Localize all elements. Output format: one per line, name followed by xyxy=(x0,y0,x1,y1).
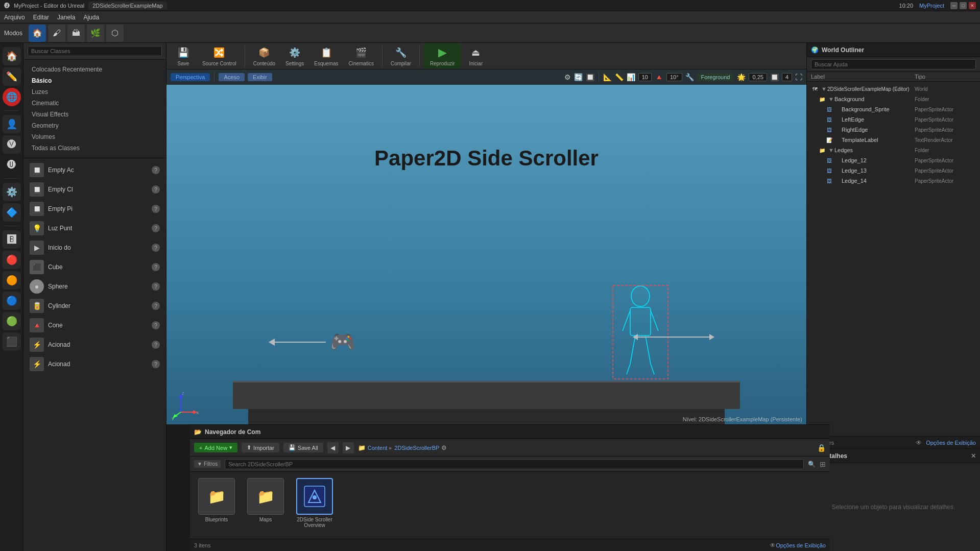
compilar-button[interactable]: 🔧 Compilar xyxy=(387,43,415,68)
cinematics-button[interactable]: 🎬 Cinematics xyxy=(344,43,377,68)
asset-maps[interactable]: 📁 Maps xyxy=(245,478,286,522)
vp-icon-6[interactable]: 📊 xyxy=(627,73,635,81)
category-todas[interactable]: Todas as Classes xyxy=(28,142,162,154)
actor-sphere-help[interactable]: ? xyxy=(152,282,160,291)
tree-item-background-sprite[interactable]: 🖼 Background_Sprite PaperSpriteActor xyxy=(807,104,980,114)
vp-icon-8[interactable]: 🔧 xyxy=(685,73,694,81)
sidebar-icon-unreal[interactable]: 🅤 xyxy=(3,156,21,174)
actor-cube-help[interactable]: ? xyxy=(152,263,160,271)
actor-luz-punt[interactable]: 💡 Luz Punt ? xyxy=(26,219,164,238)
mode-landscape-button[interactable]: 🏔 xyxy=(67,25,85,42)
tree-item-rightedge[interactable]: 🖼 RightEdge PaperSpriteActor xyxy=(807,125,980,135)
actor-cylinder-help[interactable]: ? xyxy=(152,302,160,310)
details-close-icon[interactable]: ✕ xyxy=(971,452,976,460)
aceso-button[interactable]: Aceso xyxy=(219,73,245,81)
actor-inicio-do[interactable]: ▶ Inicio do ? xyxy=(26,238,164,257)
reproduzir-button[interactable]: ▶ Reproduzir xyxy=(424,43,461,68)
vp-icon-9[interactable]: 🌟 xyxy=(737,73,746,81)
category-volumes[interactable]: Volumes xyxy=(28,131,162,142)
mode-place-button[interactable]: 🏠 xyxy=(29,25,46,42)
scale-value[interactable]: 0,25 xyxy=(749,73,767,81)
esquemas-button[interactable]: 📋 Esquemas xyxy=(310,43,342,68)
sidebar-icon-v[interactable]: 🅥 xyxy=(3,135,21,154)
import-button[interactable]: ⬆ Importar xyxy=(242,443,279,452)
foreground-button[interactable]: Foreground xyxy=(697,73,734,81)
search-icon[interactable]: 🔍 xyxy=(808,461,816,468)
sidebar-icon-extra3[interactable]: 🟠 xyxy=(3,271,21,290)
cb-display-options[interactable]: Opções de Exibição xyxy=(776,542,826,548)
vp-icon-7[interactable]: 🔺 xyxy=(655,73,663,81)
sidebar-icon-user[interactable]: 👤 xyxy=(3,115,21,133)
vp-icon-1[interactable]: ⚙ xyxy=(564,73,571,81)
tree-item-ledges-folder[interactable]: 📁 ▼ Ledges Folder xyxy=(807,145,980,155)
menu-arquivo[interactable]: Arquivo xyxy=(4,14,25,21)
category-recentes[interactable]: Colocados Recentemente xyxy=(28,64,162,75)
menu-editar[interactable]: Editar xyxy=(33,14,49,21)
outliner-display-options[interactable]: Opções de Exibição xyxy=(926,440,976,446)
category-luzes[interactable]: Luzes xyxy=(28,86,162,98)
viewport[interactable]: Perspectiva Aceso Exibir ⚙ 🔄 🔲 📐 📏 📊 10 … xyxy=(166,69,806,424)
vp-icon-4[interactable]: 📐 xyxy=(603,73,612,81)
content-search-input[interactable] xyxy=(225,459,804,469)
breadcrumb-settings-icon[interactable]: ⚙ xyxy=(441,444,447,451)
actor-acionad2-help[interactable]: ? xyxy=(152,360,160,368)
vp-icon-5[interactable]: 📏 xyxy=(615,73,624,81)
actor-empty-cl[interactable]: 🔲 Empty Cl ? xyxy=(26,180,164,199)
vp-icon-2[interactable]: 🔄 xyxy=(574,73,583,81)
close-button[interactable]: ✕ xyxy=(969,2,976,9)
settings-button[interactable]: ⚙️ Settings xyxy=(281,43,308,68)
filter-button[interactable]: ▼ Filtros xyxy=(194,460,221,468)
mode-geometry-button[interactable]: ⬡ xyxy=(106,25,124,42)
vp-icon-10[interactable]: 🔲 xyxy=(770,73,779,81)
actor-acionad1[interactable]: ⚡ Acionad ? xyxy=(26,335,164,354)
minimize-button[interactable]: ─ xyxy=(950,2,958,9)
actor-cube[interactable]: ⬛ Cube ? xyxy=(26,257,164,277)
actor-empty-pi-help[interactable]: ? xyxy=(152,205,160,213)
sidebar-icon-home[interactable]: 🏠 xyxy=(3,47,21,65)
outliner-search-input[interactable] xyxy=(811,59,976,69)
save-button[interactable]: 💾 Save xyxy=(171,43,196,68)
exibir-button[interactable]: Exibir xyxy=(248,73,272,81)
iniciar-button[interactable]: ⏏ Iniciar xyxy=(463,43,489,68)
back-button[interactable]: ◀ xyxy=(327,442,339,453)
tree-item-map[interactable]: 🗺 ▼ 2DSideScrollerExampleMap (Editor) Wo… xyxy=(807,84,980,94)
sidebar-icon-extra4[interactable]: 🔵 xyxy=(3,292,21,310)
category-geometry[interactable]: Geometry xyxy=(28,120,162,131)
mode-foliage-button[interactable]: 🌿 xyxy=(87,25,104,42)
category-cinematic[interactable]: Cinematic xyxy=(28,98,162,109)
actor-inicio-do-help[interactable]: ? xyxy=(152,244,160,252)
cb-view-icon[interactable]: ⊞ xyxy=(820,460,826,468)
asset-blueprints[interactable]: 📁 Blueprints xyxy=(196,478,237,522)
actor-acionad2[interactable]: ⚡ Acionad ? xyxy=(26,354,164,374)
vp-icon-expand[interactable]: ⛶ xyxy=(795,73,802,81)
tree-item-ledge14[interactable]: 🖼 Ledge_14 PaperSpriteActor xyxy=(807,176,980,186)
search-classes-input[interactable] xyxy=(28,46,162,56)
perspective-button[interactable]: Perspectiva xyxy=(171,73,210,81)
breadcrumb-bp[interactable]: 2DSideScrollerBP xyxy=(394,445,439,451)
restore-button[interactable]: □ xyxy=(960,2,967,9)
actor-empty-ac[interactable]: 🔲 Empty Ac ? xyxy=(26,160,164,180)
sidebar-icon-chrome[interactable]: 🌐 xyxy=(3,88,21,106)
grid-value[interactable]: 4 xyxy=(782,73,792,81)
tree-item-leftedge[interactable]: 🖼 LeftEdge PaperSpriteActor xyxy=(807,114,980,125)
asset-2dside-scroller[interactable]: 2DSide Scroller Overview xyxy=(294,478,335,528)
sidebar-icon-blender[interactable]: ⚙️ xyxy=(3,183,21,201)
vp-icon-3[interactable]: 🔲 xyxy=(586,73,594,81)
category-visual-effects[interactable]: Visual Effects xyxy=(28,109,162,120)
menu-ajuda[interactable]: Ajuda xyxy=(83,14,99,21)
actor-cylinder[interactable]: 🥫 Cylinder ? xyxy=(26,296,164,316)
conteudo-button[interactable]: 📦 Conteúdo xyxy=(249,43,279,68)
actor-empty-ac-help[interactable]: ? xyxy=(152,166,160,174)
breadcrumb-content[interactable]: Content xyxy=(368,445,388,451)
add-new-button[interactable]: + Add New ▾ xyxy=(194,443,237,452)
angle-value[interactable]: 10° xyxy=(666,73,682,81)
sidebar-icon-extra2[interactable]: 🔴 xyxy=(3,251,21,269)
tab-label[interactable]: 2DSideScrollerExampleMap xyxy=(88,2,167,10)
actor-cone[interactable]: 🔺 Cone ? xyxy=(26,316,164,335)
save-all-button[interactable]: 💾 Save All xyxy=(283,443,323,452)
actor-empty-cl-help[interactable]: ? xyxy=(152,185,160,194)
tree-item-ledge13[interactable]: 🖼 Ledge_13 PaperSpriteActor xyxy=(807,165,980,176)
tree-item-background-folder[interactable]: 📁 ▼ Background Folder xyxy=(807,94,980,104)
tree-item-ledge12[interactable]: 🖼 Ledge_12 PaperSpriteActor xyxy=(807,155,980,165)
category-basico[interactable]: Básico xyxy=(28,75,162,86)
